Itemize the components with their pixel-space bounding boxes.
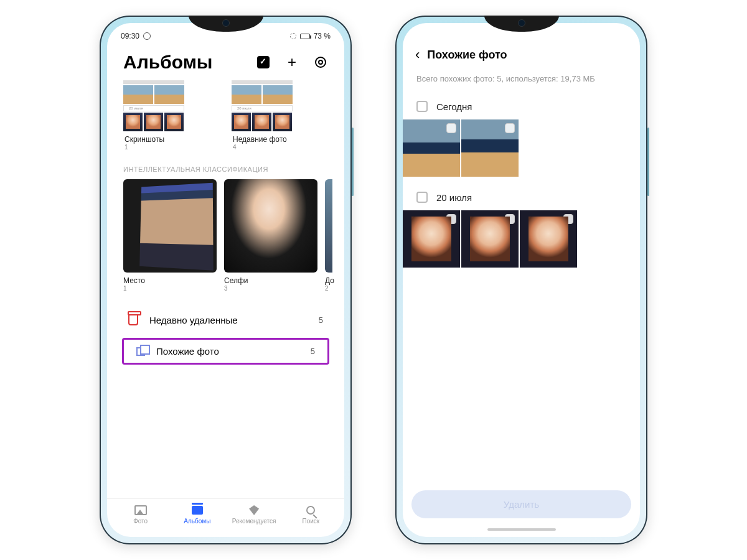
check-icon: [257, 56, 270, 68]
photo-checkbox[interactable]: [563, 214, 573, 224]
album-screenshots[interactable]: 20 июля Скриншоты 1: [123, 80, 217, 151]
class-label: Место: [123, 276, 217, 285]
search-icon: [306, 506, 315, 515]
photo-checkbox[interactable]: [505, 123, 515, 133]
duplicate-icon: [136, 347, 145, 356]
photo-item[interactable]: [461, 210, 519, 268]
album-recent-photos[interactable]: 20 июля Недавние фото 4: [232, 80, 325, 151]
class-card-more[interactable]: До 2: [325, 179, 334, 292]
photo-item[interactable]: [403, 210, 460, 268]
home-indicator: [487, 528, 556, 531]
select-all-today-checkbox[interactable]: [416, 101, 428, 112]
similar-photos-highlight: Похожие фото 5: [122, 338, 329, 365]
back-button[interactable]: ‹: [415, 47, 420, 63]
group-label: Сегодня: [436, 101, 472, 112]
row-label: Похожие фото: [156, 346, 299, 357]
nav-label: Рекомендуется: [232, 518, 276, 525]
class-card-place[interactable]: Место 1: [123, 179, 217, 292]
nav-search[interactable]: Поиск: [286, 505, 336, 525]
class-label: До: [325, 276, 334, 285]
class-label: Селфи: [224, 276, 317, 285]
add-album-button[interactable]: +: [284, 55, 299, 70]
nav-label: Фото: [133, 518, 148, 525]
class-card-selfie[interactable]: Селфи 3: [224, 179, 317, 292]
phone-right: ‹ Похожие фото Всего похожих фото: 5, ис…: [395, 16, 647, 544]
photo-checkbox[interactable]: [446, 123, 456, 133]
page-title: Альбомы: [123, 52, 212, 73]
select-all-july20-checkbox[interactable]: [416, 192, 428, 203]
class-thumbnail: [224, 179, 317, 273]
row-count: 5: [311, 347, 315, 356]
photo-checkbox[interactable]: [505, 214, 515, 224]
battery-percent: 73 %: [314, 32, 331, 40]
album-label: Недавние фото: [232, 135, 325, 144]
row-count: 5: [319, 315, 323, 325]
nfc-icon: [290, 33, 296, 39]
nav-label: Альбомы: [184, 518, 210, 525]
bottom-nav: Фото Альбомы Рекомендуется Поиск: [107, 498, 344, 537]
row-label: Недавно удаленные: [149, 315, 308, 325]
photo-item[interactable]: [520, 210, 577, 268]
class-thumbnail: [123, 179, 217, 273]
phone-left: 09:30 73 % Альбомы +: [100, 16, 352, 544]
settings-status-icon: [143, 32, 151, 40]
thumb-date: 20 июля: [237, 106, 251, 110]
album-count: 4: [232, 144, 325, 151]
settings-button[interactable]: [313, 55, 328, 70]
group-header-today: Сегодня: [403, 97, 640, 119]
delete-button[interactable]: Удалить: [411, 490, 631, 518]
photo-item[interactable]: [403, 119, 460, 177]
battery-icon: [300, 34, 310, 39]
select-mode-button[interactable]: [256, 55, 271, 70]
diamond-icon: [249, 505, 259, 515]
group-header-july20: 20 июля: [403, 188, 640, 210]
nav-label: Поиск: [303, 518, 320, 525]
class-thumbnail: [325, 179, 332, 273]
summary-text: Всего похожих фото: 5, используется: 19,…: [403, 67, 640, 97]
thumb-date: 20 июля: [129, 106, 143, 110]
gear-icon: [315, 57, 326, 68]
nav-albums[interactable]: Альбомы: [172, 505, 222, 525]
class-count: 3: [224, 285, 317, 292]
trash-icon: [128, 314, 138, 325]
section-label: ИНТЕЛЛЕКТУАЛЬНАЯ КЛАССИФИКАЦИЯ: [115, 151, 337, 179]
nav-recommended[interactable]: Рекомендуется: [229, 505, 279, 525]
album-count: 1: [123, 144, 217, 151]
photo-checkbox[interactable]: [446, 214, 456, 224]
header: ‹ Похожие фото: [403, 40, 640, 67]
page-title: Похожие фото: [427, 49, 507, 62]
similar-photos-row[interactable]: Похожие фото 5: [130, 346, 321, 357]
photo-icon: [134, 505, 147, 515]
class-count: 2: [325, 285, 334, 292]
class-count: 1: [123, 285, 217, 292]
album-label: Скриншоты: [123, 135, 217, 144]
group-label: 20 июля: [436, 192, 472, 203]
header: Альбомы +: [107, 40, 344, 78]
photo-item[interactable]: [461, 119, 519, 177]
status-time: 09:30: [121, 32, 139, 40]
albums-icon: [192, 506, 203, 515]
recently-deleted-row[interactable]: Недавно удаленные 5: [115, 304, 337, 335]
nav-photos[interactable]: Фото: [116, 505, 166, 525]
